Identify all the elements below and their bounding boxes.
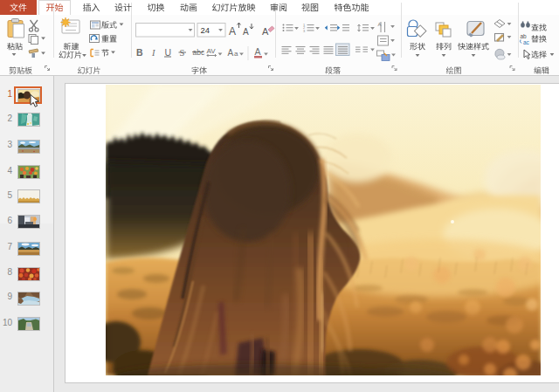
- svg-text:U: U: [165, 47, 172, 58]
- svg-text:B: B: [136, 47, 143, 58]
- svg-text:24: 24: [201, 25, 210, 35]
- svg-text:3: 3: [303, 29, 306, 33]
- svg-text:A: A: [228, 48, 234, 58]
- svg-text:A: A: [243, 27, 249, 37]
- svg-text:A: A: [378, 22, 382, 27]
- svg-text:I: I: [151, 48, 155, 58]
- svg-text:A: A: [262, 26, 269, 37]
- svg-text:ac: ac: [523, 39, 530, 45]
- svg-text:AV: AV: [207, 47, 217, 55]
- svg-text:a: a: [234, 50, 238, 58]
- svg-text:A: A: [229, 25, 236, 38]
- svg-text:A: A: [255, 46, 261, 57]
